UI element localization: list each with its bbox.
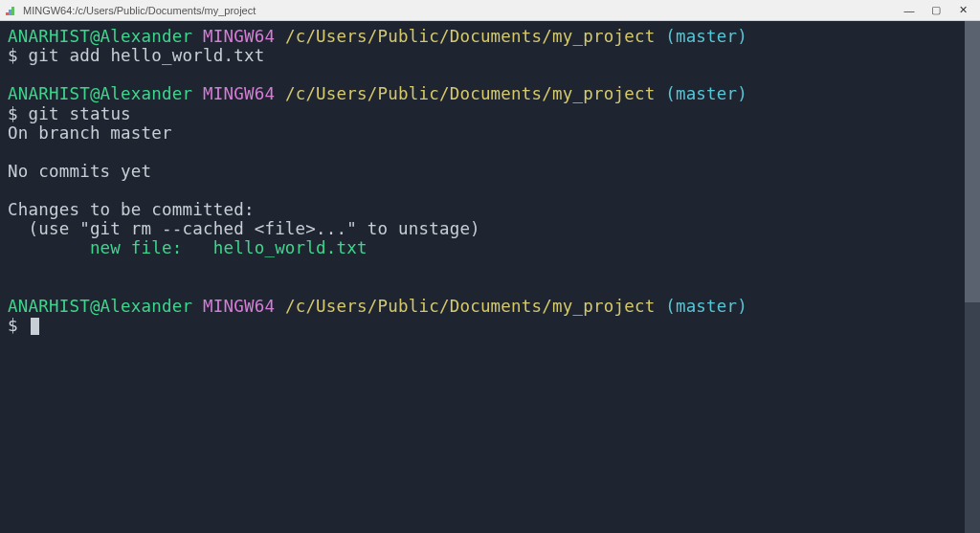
terminal-area[interactable]: ANARHIST@Alexander MINGW64 /c/Users/Publ… [0,21,980,533]
empty-line [8,258,972,278]
scrollbar[interactable] [965,21,980,533]
window-controls: — ▢ ✕ [896,1,976,20]
output-line: Changes to be committed: [8,200,972,219]
svg-rect-0 [6,12,9,15]
cursor [31,318,39,335]
current-path: /c/Users/Public/Documents/my_project [285,297,656,316]
maximize-button[interactable]: ▢ [923,1,949,20]
git-branch: (master) [665,84,747,103]
user-host: ANARHIST@Alexander [8,84,192,103]
prompt-line: ANARHIST@Alexander MINGW64 /c/Users/Publ… [8,84,972,103]
svg-rect-2 [11,7,14,15]
command-line: $ git add hello_world.txt [8,46,972,65]
output-line: (use "git rm --cached <file>..." to unst… [8,219,972,238]
mingw-label: MINGW64 [203,297,275,316]
output-line: On branch master [8,123,972,143]
prompt-line: ANARHIST@Alexander MINGW64 /c/Users/Publ… [8,27,972,46]
empty-line [8,143,972,162]
user-host: ANARHIST@Alexander [8,27,192,46]
terminal-window: MINGW64:/c/Users/Public/Documents/my_pro… [0,0,980,533]
app-icon [4,4,17,17]
empty-line [8,65,972,84]
command-line: $ git status [8,104,972,123]
svg-rect-1 [9,10,11,15]
mingw-label: MINGW64 [203,27,275,46]
empty-line [8,181,972,200]
empty-line [8,278,972,297]
command-text: git status [29,104,131,123]
scrollbar-thumb[interactable] [965,21,980,302]
close-button[interactable]: ✕ [949,1,976,20]
git-branch: (master) [665,27,747,46]
titlebar[interactable]: MINGW64:/c/Users/Public/Documents/my_pro… [0,0,980,21]
prompt-symbol: $ [8,46,18,65]
output-line: new file: hello_world.txt [8,238,972,257]
current-path: /c/Users/Public/Documents/my_project [285,27,656,46]
git-branch: (master) [665,297,747,316]
mingw-label: MINGW64 [203,84,275,103]
prompt-line: ANARHIST@Alexander MINGW64 /c/Users/Publ… [8,297,972,316]
minimize-button[interactable]: — [896,1,923,20]
output-line: No commits yet [8,162,972,181]
command-line: $ [8,316,972,335]
command-text: git add hello_world.txt [29,46,265,65]
window-title: MINGW64:/c/Users/Public/Documents/my_pro… [23,5,896,16]
current-path: /c/Users/Public/Documents/my_project [285,84,656,103]
prompt-symbol: $ [8,316,18,335]
prompt-symbol: $ [8,104,18,123]
user-host: ANARHIST@Alexander [8,297,192,316]
